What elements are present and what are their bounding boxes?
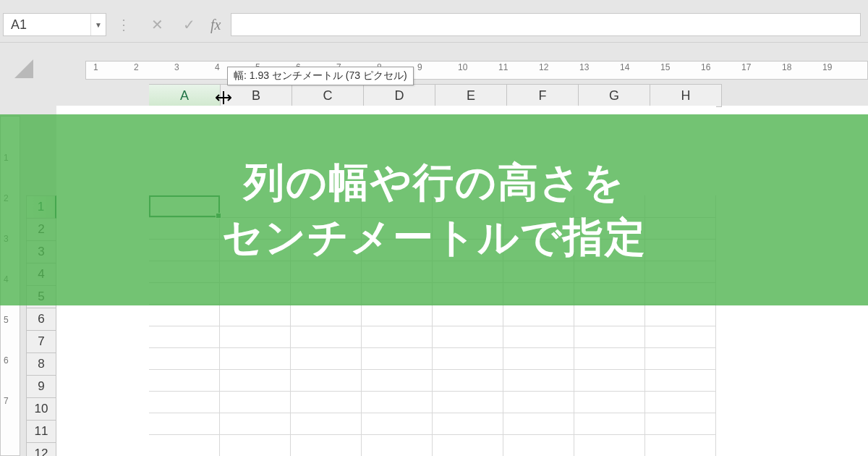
ruler-tick: 14 [620,62,629,72]
row-header-7[interactable]: 7 [26,331,56,353]
name-box-dropdown[interactable]: ▼ [90,14,106,35]
cell[interactable] [574,369,645,392]
cell[interactable] [433,413,503,435]
cell[interactable] [503,304,574,326]
enter-icon[interactable]: ✓ [180,16,197,33]
cell[interactable] [362,434,433,456]
column-header-e[interactable]: E [435,84,507,107]
formula-input[interactable] [231,13,861,36]
row-header-6[interactable]: 6 [26,308,56,331]
cell[interactable] [291,347,362,370]
ruler-tick: 18 [782,62,791,72]
overlay-line-1: 列の幅や行の高さを [244,155,625,210]
cell[interactable] [220,369,291,392]
cell[interactable] [433,391,503,413]
cell[interactable] [149,304,220,326]
cell[interactable] [362,413,433,435]
cell[interactable] [362,347,433,370]
cell[interactable] [149,347,220,370]
cell[interactable] [362,326,433,348]
ruler-tick: 11 [498,62,508,72]
column-header-d[interactable]: D [364,84,435,107]
cell[interactable] [574,434,645,456]
cell[interactable] [220,391,291,413]
name-box-wrap: A1 ▼ [3,13,106,36]
ruler-tick: 5 [4,315,9,325]
ruler-tick: 19 [822,62,832,72]
cell[interactable] [220,326,291,348]
name-box[interactable]: A1 [4,15,90,35]
column-header-h[interactable]: H [650,84,722,107]
cell[interactable] [291,304,362,326]
row-header-10[interactable]: 10 [26,398,56,421]
column-header-a[interactable]: A [149,84,221,108]
cell[interactable] [503,347,574,370]
cell[interactable] [645,347,716,370]
cell[interactable] [291,391,362,413]
fx-icon[interactable]: fx [210,17,221,33]
ruler-tick: 15 [660,62,670,72]
cell[interactable] [574,391,645,413]
cell[interactable] [362,369,433,392]
cell[interactable] [503,413,574,435]
cell[interactable] [149,391,220,413]
select-all-triangle[interactable] [14,59,33,78]
ruler-tick: 9 [417,62,422,72]
cell[interactable] [291,434,362,456]
ruler-tick: 1 [93,62,98,72]
grid-row [149,326,716,347]
cell[interactable] [645,326,716,348]
cell[interactable] [291,326,362,348]
cell[interactable] [645,304,716,326]
formula-bar: A1 ▼ ⋮ ✕ ✓ fx [0,7,868,43]
cell[interactable] [645,413,716,435]
cell[interactable] [574,304,645,326]
grid-row [149,369,716,391]
ruler-tick: 13 [579,62,589,72]
cell[interactable] [574,326,645,348]
horizontal-ruler[interactable]: 12345678910111213141516171819 [85,61,868,80]
cell[interactable] [291,369,362,392]
cell[interactable] [574,413,645,435]
row-header-8[interactable]: 8 [26,353,56,376]
cell[interactable] [220,434,291,456]
cell[interactable] [503,434,574,456]
cell[interactable] [503,326,574,348]
grid-row [149,391,716,413]
cell[interactable] [220,304,291,326]
cell[interactable] [433,369,503,392]
cell[interactable] [433,434,503,456]
row-header-9[interactable]: 9 [26,376,56,398]
cell[interactable] [149,369,220,392]
cell[interactable] [503,369,574,392]
column-header-b[interactable]: B [221,84,292,107]
cancel-icon[interactable]: ✕ [148,16,166,33]
cell[interactable] [645,434,716,456]
cell[interactable] [149,413,220,435]
cell[interactable] [220,413,291,435]
ruler-tick: 12 [539,62,548,72]
cell[interactable] [574,347,645,370]
cell[interactable] [291,413,362,435]
cell[interactable] [433,326,503,348]
column-header-f[interactable]: F [507,84,579,107]
row-header-12[interactable]: 12 [26,443,56,456]
grid-row [149,434,716,456]
ruler-tick: 10 [458,62,467,72]
cell[interactable] [362,304,433,326]
column-header-g[interactable]: G [579,84,650,107]
cell[interactable] [503,391,574,413]
cell[interactable] [645,369,716,392]
row-header-11[interactable]: 11 [26,421,56,443]
cell[interactable] [149,326,220,348]
column-header-c[interactable]: C [292,84,364,107]
cell[interactable] [220,347,291,370]
cell[interactable] [149,434,220,456]
cell[interactable] [645,391,716,413]
cell[interactable] [362,391,433,413]
ruler-tick: 7 [4,396,9,406]
cell[interactable] [433,347,503,370]
grid-row [149,413,716,434]
grid-row [149,304,716,326]
cell[interactable] [433,304,503,326]
